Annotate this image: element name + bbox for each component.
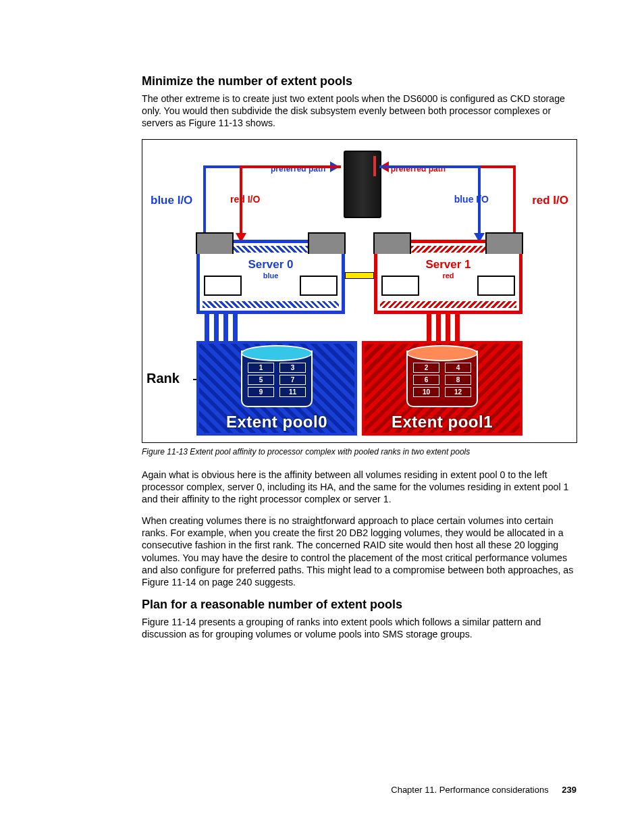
extent-pool-1: 2 4 6 8 10 12 Extent pool1 bbox=[362, 341, 522, 436]
rank-num: 10 bbox=[413, 387, 439, 397]
label-blue-io-left: blue I/O bbox=[151, 194, 192, 207]
rank-cylinder-left: 1 3 5 7 9 11 bbox=[241, 350, 313, 407]
rank-num: 5 bbox=[248, 375, 274, 385]
pool0-title: Extent pool0 bbox=[199, 413, 354, 432]
pool1-title: Extent pool1 bbox=[365, 413, 520, 432]
figure-11-13: preferred path preferred path blue I/O r… bbox=[142, 139, 577, 443]
para-2: Again what is obvious here is the affini… bbox=[142, 469, 576, 506]
label-red-io-right: red I/O bbox=[532, 194, 568, 207]
footer-page-number: 239 bbox=[562, 785, 576, 795]
figure-caption: Figure 11-13 Extent pool affinity to pro… bbox=[142, 447, 576, 457]
label-blue-io-right: blue I/O bbox=[454, 194, 489, 205]
connector-left bbox=[205, 314, 248, 344]
rank-num: 4 bbox=[445, 363, 471, 373]
rank-num: 8 bbox=[445, 375, 471, 385]
arrow-red-down-right bbox=[513, 165, 516, 241]
extent-pool-0: 1 3 5 7 9 11 Extent pool0 bbox=[196, 341, 357, 436]
para-4: Figure 11-14 presents a grouping of rank… bbox=[142, 616, 576, 640]
host-system-icon bbox=[344, 151, 381, 218]
rank-num: 7 bbox=[279, 375, 306, 385]
rank-num: 11 bbox=[279, 387, 306, 397]
para-3: When creating volumes there is no straig… bbox=[142, 515, 576, 588]
rank-num: 9 bbox=[248, 387, 274, 397]
server-0-label: Server 0 blue bbox=[200, 258, 342, 280]
interconnect-bar bbox=[345, 272, 374, 279]
server-1: Server 1 red bbox=[374, 240, 522, 314]
heading-plan: Plan for a reasonable number of extent p… bbox=[142, 598, 576, 612]
rank-num: 12 bbox=[445, 387, 471, 397]
arrow-blue-down-left bbox=[203, 165, 206, 241]
para-1: The other extreme is to create just two … bbox=[142, 93, 576, 130]
heading-minimize: Minimize the number of extent pools bbox=[142, 74, 576, 88]
label-red-io-left: red I/O bbox=[230, 194, 260, 205]
rank-num: 6 bbox=[413, 375, 439, 385]
rank-num: 1 bbox=[248, 363, 274, 373]
rank-cylinder-right: 2 4 6 8 10 12 bbox=[406, 350, 478, 407]
label-rank: Rank bbox=[146, 371, 180, 386]
page: Minimize the number of extent pools The … bbox=[0, 0, 644, 834]
server-0: Server 0 blue bbox=[196, 240, 345, 314]
rank-num: 2 bbox=[413, 363, 439, 373]
server-1-label: Server 1 red bbox=[377, 258, 519, 280]
rank-num: 3 bbox=[279, 363, 306, 373]
footer-chapter: Chapter 11. Performance considerations bbox=[391, 785, 548, 795]
connector-right bbox=[427, 314, 470, 344]
page-footer: Chapter 11. Performance considerations 2… bbox=[391, 785, 576, 795]
